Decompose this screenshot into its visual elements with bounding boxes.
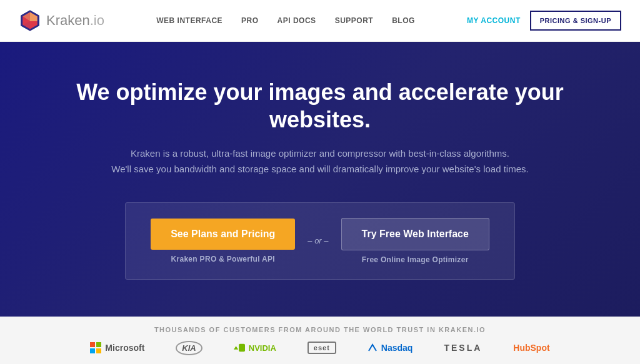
trust-tagline: THOUSANDS OF CUSTOMERS FROM AROUND THE W… — [154, 326, 486, 333]
nav-web-interface[interactable]: WEB INTERFACE — [156, 16, 222, 25]
nvidia-icon — [234, 343, 245, 352]
kraken-logo-icon — [19, 9, 41, 32]
try-free-button[interactable]: Try Free Web Interface — [341, 218, 489, 250]
nav-support[interactable]: SUPPORT — [335, 16, 374, 25]
cta-secondary-group: Try Free Web Interface Free Online Image… — [341, 218, 489, 264]
trust-bar: THOUSANDS OF CUSTOMERS FROM AROUND THE W… — [0, 317, 640, 364]
brand-logos-row: Microsoft KIA NVIDIA eset Nasdaq TESLA H… — [90, 341, 549, 355]
hero-headline: We optimize your images and accelerate y… — [38, 79, 602, 132]
header: Kraken.io WEB INTERFACE PRO API DOCS SUP… — [0, 0, 640, 42]
eset-logo: eset — [308, 342, 336, 354]
see-plans-button[interactable]: See Plans and Pricing — [151, 219, 295, 250]
kia-logo: KIA — [176, 341, 202, 355]
hero-section: We optimize your images and accelerate y… — [0, 42, 640, 317]
microsoft-grid-icon — [90, 342, 101, 353]
cta-primary-group: See Plans and Pricing Kraken PRO & Power… — [151, 219, 295, 263]
nasdaq-icon — [368, 343, 378, 352]
main-nav: WEB INTERFACE PRO API DOCS SUPPORT BLOG — [156, 16, 415, 25]
cta-secondary-sublabel: Free Online Image Optimizer — [362, 255, 469, 264]
nav-pro[interactable]: PRO — [241, 16, 259, 25]
hubspot-logo: HubSpot — [513, 343, 549, 353]
cta-primary-sublabel: Kraken PRO & Powerful API — [171, 255, 274, 263]
tesla-logo: TESLA — [444, 343, 482, 353]
microsoft-logo: Microsoft — [90, 342, 144, 353]
logo-text: Kraken.io — [46, 12, 104, 29]
cta-box: See Plans and Pricing Kraken PRO & Power… — [125, 202, 515, 280]
or-divider: – or – — [308, 236, 328, 245]
nvidia-logo: NVIDIA — [234, 343, 276, 353]
nav-api-docs[interactable]: API DOCS — [278, 16, 316, 25]
nav-blog[interactable]: BLOG — [392, 16, 415, 25]
my-account-link[interactable]: MY ACCOUNT — [467, 16, 521, 25]
nav-right: MY ACCOUNT PRICING & SIGN-UP — [467, 11, 621, 31]
svg-rect-6 — [239, 344, 245, 352]
logo[interactable]: Kraken.io — [19, 9, 104, 32]
nasdaq-logo: Nasdaq — [368, 343, 413, 353]
hero-subtext: Kraken is a robust, ultra-fast image opt… — [111, 145, 528, 177]
pricing-signup-button[interactable]: PRICING & SIGN-UP — [530, 11, 621, 31]
